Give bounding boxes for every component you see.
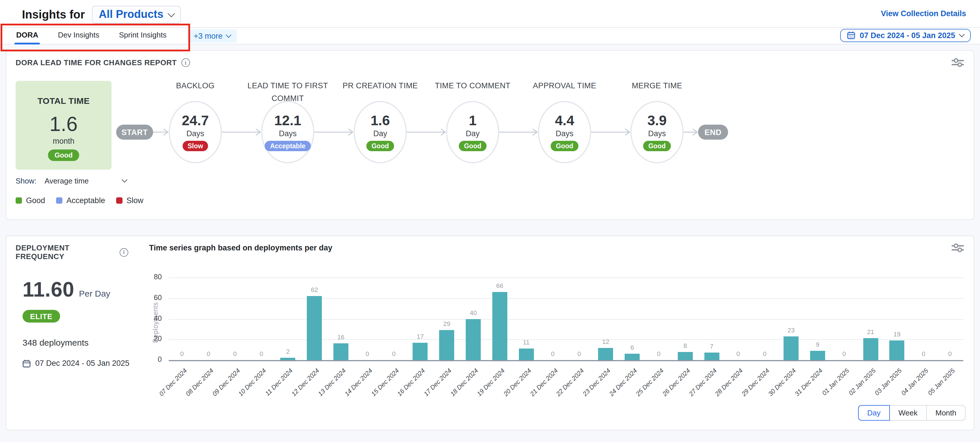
flow-arrow <box>591 128 630 137</box>
more-tabs-label: +3 more <box>194 32 223 40</box>
y-axis-tick: 0 <box>136 355 162 364</box>
stage-status-badge: Good <box>643 141 671 151</box>
bar-value-label: 62 <box>302 286 327 293</box>
bar-value-label: 0 <box>725 350 751 357</box>
bar-value-label: 12 <box>593 338 619 345</box>
stage-circle-merge-time[interactable]: 3.9DaysGood <box>630 101 684 163</box>
stage-circle-lead-time-to-first-commit[interactable]: 12.1DaysAcceptable <box>261 101 314 163</box>
stage-value: 1 <box>469 113 477 128</box>
legend-label: Acceptable <box>67 196 105 205</box>
deployment-bar <box>863 338 878 360</box>
view-collection-details-link[interactable]: View Collection Details <box>881 9 966 18</box>
sliders-icon[interactable] <box>952 244 964 252</box>
y-axis-tick: 60 <box>136 294 162 302</box>
deployment-bar <box>307 296 322 360</box>
more-tabs-button[interactable]: +3 more <box>187 29 237 43</box>
stage-value: 12.1 <box>274 113 301 128</box>
stage-circle-approval-time[interactable]: 4.4DaysGood <box>538 101 591 163</box>
x-axis-line <box>169 360 963 361</box>
gridline <box>169 298 963 299</box>
stage-circle-time-to-comment[interactable]: 1DayGood <box>446 101 499 163</box>
stage-unit: Days <box>279 129 297 138</box>
lead-time-title-text: DORA LEAD TIME FOR CHANGES REPORT <box>16 58 177 67</box>
stage-unit: Day <box>466 129 480 138</box>
top-bar: Insights for All Products View Collectio… <box>0 0 980 28</box>
granularity-day-button[interactable]: Day <box>858 405 889 421</box>
bar-value-label: 0 <box>169 350 195 357</box>
stage-title: BACKLOG <box>143 80 247 92</box>
y-axis-tick: 40 <box>136 314 162 322</box>
show-metric-dropdown[interactable]: Show: Average time <box>16 177 126 185</box>
date-range-value: 07 Dec 2024 - 05 Jan 2025 <box>860 31 955 40</box>
flow-arrow <box>222 128 261 137</box>
gridline <box>169 319 963 319</box>
stage-title: PR CREATION TIME <box>328 80 432 92</box>
flow-arrow <box>407 128 446 137</box>
product-selector[interactable]: All Products <box>92 6 181 24</box>
bar-value-label: 0 <box>222 350 248 357</box>
legend-swatch <box>16 197 22 204</box>
total-time-label: TOTAL TIME <box>38 96 90 106</box>
dashboard-page: Insights for All Products View Collectio… <box>0 0 980 442</box>
bar-value-label: 66 <box>487 282 512 289</box>
calendar-icon <box>847 31 855 39</box>
stage-value: 3.9 <box>648 113 667 128</box>
info-icon[interactable]: i <box>181 58 190 67</box>
bar-value-label: 0 <box>355 350 380 357</box>
stage-value: 24.7 <box>182 113 208 128</box>
deployment-bar <box>889 341 905 360</box>
bar-value-label: 0 <box>832 350 857 357</box>
stage-circle-backlog[interactable]: 24.7DaysSlow <box>169 101 222 163</box>
flow-start-pill: START <box>116 125 153 139</box>
show-value: Average time <box>45 177 89 185</box>
lead-time-card: DORA LEAD TIME FOR CHANGES REPORT i TOTA… <box>6 50 974 220</box>
lead-time-flow-diagram: STARTENDBACKLOG24.7DaysSlowLEAD TIME TO … <box>116 71 763 173</box>
chevron-down-icon <box>121 177 127 183</box>
granularity-week-button[interactable]: Week <box>889 405 927 421</box>
tab-list: DORADev InsightsSprint Insights +3 more <box>16 28 237 44</box>
bar-value-label: 17 <box>408 333 433 340</box>
flow-arrow <box>684 128 698 137</box>
calendar-icon <box>22 359 30 367</box>
deployment-bar <box>784 336 799 360</box>
date-range-picker[interactable]: 07 Dec 2024 - 05 Jan 2025 <box>840 29 971 42</box>
tab-dev-insights[interactable]: Dev Insights <box>58 29 99 43</box>
elite-tier-badge: ELITE <box>22 310 60 323</box>
bar-value-label: 40 <box>461 309 486 316</box>
info-icon[interactable]: i <box>119 248 128 257</box>
deployment-bar <box>625 354 640 360</box>
flow-end-pill: END <box>698 125 728 139</box>
deployment-bar <box>519 349 534 360</box>
tabs-row: DORADev InsightsSprint Insights +3 more … <box>0 28 980 44</box>
tab-sprint-insights[interactable]: Sprint Insights <box>119 29 167 43</box>
bar-value-label: 0 <box>911 350 936 357</box>
bar-value-label: 0 <box>381 350 407 357</box>
deployment-bar <box>333 344 348 360</box>
bar-value-label: 29 <box>434 320 460 327</box>
bar-value-label: 8 <box>673 342 698 349</box>
gridline <box>169 277 963 278</box>
bar-value-label: 2 <box>275 348 301 355</box>
legend-item-good: Good <box>16 196 45 205</box>
deployment-rate-value: 11.60 <box>22 277 74 302</box>
deployment-bar <box>466 319 481 360</box>
stage-title: APPROVAL TIME <box>512 80 617 92</box>
stage-value: 1.6 <box>371 113 390 128</box>
bar-value-label: 16 <box>328 334 354 341</box>
chevron-down-icon <box>959 31 965 37</box>
bar-value-label: 11 <box>514 339 539 346</box>
bar-value-label: 0 <box>646 350 671 357</box>
flow-arrow <box>499 128 538 137</box>
legend-label: Slow <box>127 196 143 205</box>
legend-item-slow: Slow <box>116 196 143 205</box>
bar-value-label: 0 <box>196 350 221 357</box>
flow-arrow <box>153 128 169 137</box>
stage-circle-pr-creation-time[interactable]: 1.6DayGood <box>354 101 407 163</box>
sliders-icon[interactable] <box>952 58 964 67</box>
tab-dora[interactable]: DORA <box>16 29 38 43</box>
gridline <box>169 340 963 340</box>
deployments-bar-chart: Deployments 020406080007 Dec 2024008 Dec… <box>136 268 966 406</box>
bar-value-label: 0 <box>566 350 592 357</box>
chevron-down-icon <box>167 10 175 17</box>
granularity-month-button[interactable]: Month <box>926 405 966 421</box>
